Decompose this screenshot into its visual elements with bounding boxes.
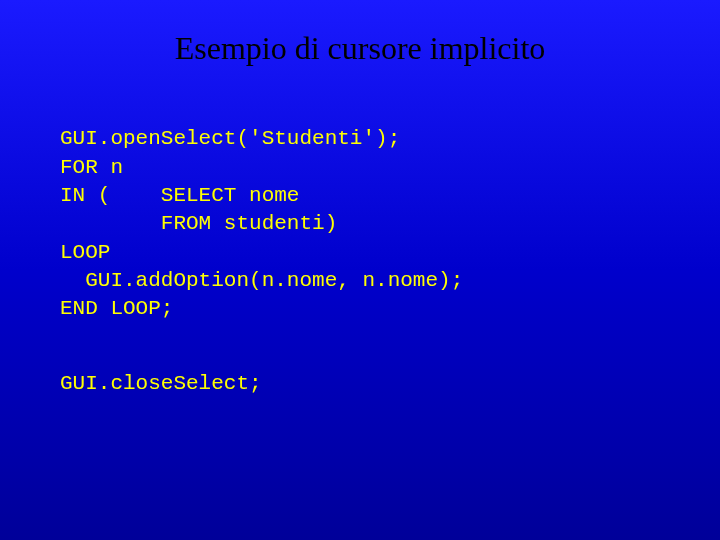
code-line: FROM studenti) [60, 212, 337, 235]
code-line: GUI.closeSelect; [60, 372, 262, 395]
code-line: FOR n [60, 156, 123, 179]
code-line: IN ( SELECT nome [60, 184, 299, 207]
code-line: GUI.addOption(n.nome, n.nome); [60, 269, 463, 292]
code-block: GUI.openSelect('Studenti'); FOR n IN ( S… [60, 97, 660, 427]
code-line: END LOOP; [60, 297, 173, 320]
slide-title: Esempio di cursore implicito [60, 30, 660, 67]
code-line: GUI.openSelect('Studenti'); [60, 127, 400, 150]
code-spacer [60, 324, 660, 342]
slide-container: Esempio di cursore implicito GUI.openSel… [0, 0, 720, 540]
code-line: LOOP [60, 241, 110, 264]
